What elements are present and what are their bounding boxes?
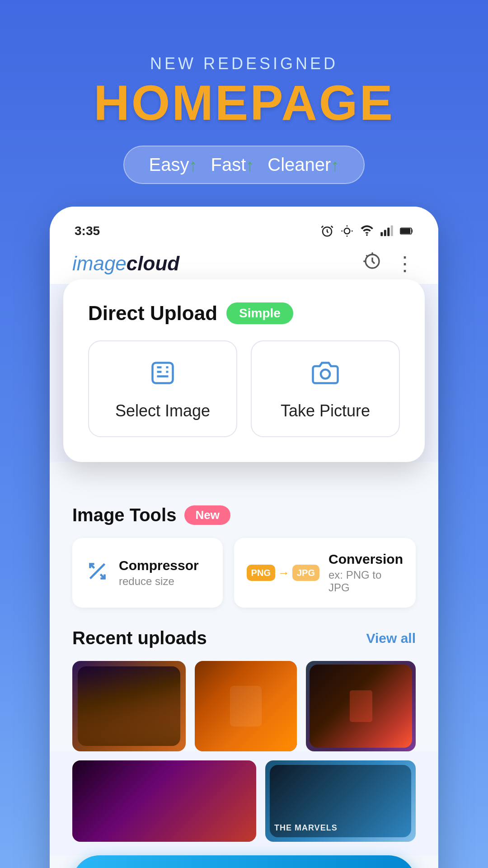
notification-icon xyxy=(340,224,354,238)
new-badge: New xyxy=(184,505,230,525)
start-uploading-button[interactable]: Start Uploading xyxy=(72,855,416,868)
fab-container: Start Uploading xyxy=(50,855,438,868)
upload-thumb-2[interactable] xyxy=(195,661,297,751)
recent-uploads-title: Recent uploads xyxy=(72,628,207,648)
battery-icon xyxy=(400,224,413,238)
take-picture-button[interactable]: Take Picture xyxy=(251,340,400,437)
upload-thumb-4[interactable] xyxy=(72,760,256,842)
more-options-icon[interactable]: ⋮ xyxy=(395,252,416,275)
tagline-fast: Fast↑ xyxy=(211,155,254,175)
cleaner-arrow-icon: ↑ xyxy=(331,156,339,175)
svg-point-11 xyxy=(321,370,330,379)
conversion-desc: ex: PNG to JPG xyxy=(328,569,403,594)
image-tools-header: Image Tools New xyxy=(72,505,416,525)
signal-icon xyxy=(380,224,394,238)
take-picture-label: Take Picture xyxy=(281,401,370,420)
promo-section: NEW REDESIGNED HOMEPAGE Easy↑ Fast↑ Clea… xyxy=(0,0,488,207)
app-bar: imagecloud ⋮ xyxy=(50,243,438,284)
direct-upload-card: Direct Upload Simple Select Image xyxy=(63,279,425,462)
svg-rect-3 xyxy=(380,232,383,236)
status-time: 3:35 xyxy=(75,224,100,238)
app-bar-actions: ⋮ xyxy=(363,252,416,275)
jpg-label: JPG xyxy=(292,565,319,581)
app-logo: imagecloud xyxy=(72,252,179,275)
png-label: PNG xyxy=(247,565,275,581)
compressor-desc: reduce size xyxy=(119,575,199,588)
status-bar: 3:35 xyxy=(50,207,438,243)
upload-options: Select Image Take Picture xyxy=(88,340,400,437)
compressor-tool-card[interactable]: Compressor reduce size xyxy=(72,538,223,608)
tagline-cleaner: Cleaner↑ xyxy=(267,155,339,175)
phone-mockup: 3:35 xyxy=(50,207,438,868)
camera-icon xyxy=(312,359,339,392)
easy-arrow-icon: ↑ xyxy=(189,156,197,175)
select-image-icon xyxy=(149,359,176,392)
recent-uploads-grid xyxy=(72,661,416,751)
marvels-label: THE MARVELS xyxy=(274,823,338,833)
upload-thumb-5[interactable]: THE MARVELS xyxy=(265,760,416,842)
second-row-thumbs: THE MARVELS xyxy=(50,760,438,855)
wifi-icon xyxy=(360,224,374,238)
promo-title: HOMEPAGE xyxy=(94,78,394,127)
fast-arrow-icon: ↑ xyxy=(246,156,254,175)
svg-rect-10 xyxy=(153,363,173,383)
conversion-icon-wrapper: PNG → JPG xyxy=(247,565,319,581)
simple-badge: Simple xyxy=(226,302,293,324)
tools-grid: Compressor reduce size PNG → JPG Convers… xyxy=(72,538,416,608)
image-tools-title: Image Tools xyxy=(72,505,176,525)
view-all-button[interactable]: View all xyxy=(366,631,416,646)
direct-upload-title: Direct Upload xyxy=(88,302,217,325)
status-icons xyxy=(320,224,413,238)
alarm-icon xyxy=(320,224,334,238)
compressor-icon xyxy=(85,559,110,587)
select-image-button[interactable]: Select Image xyxy=(88,340,237,437)
svg-point-1 xyxy=(344,228,350,234)
tagline-easy: Easy↑ xyxy=(149,155,197,175)
history-icon[interactable] xyxy=(363,252,381,274)
compressor-name: Compressor xyxy=(119,558,199,573)
recent-uploads-header: Recent uploads View all xyxy=(72,628,416,648)
conversion-tool-card[interactable]: PNG → JPG Conversion ex: PNG to JPG xyxy=(234,538,416,608)
upload-thumb-1[interactable] xyxy=(72,661,186,751)
svg-rect-5 xyxy=(387,228,389,236)
select-image-label: Select Image xyxy=(115,401,210,420)
svg-rect-6 xyxy=(391,226,393,236)
conversion-name: Conversion xyxy=(328,552,403,567)
arrow-conversion-icon: → xyxy=(278,566,290,580)
svg-rect-8 xyxy=(401,228,411,234)
card-header: Direct Upload Simple xyxy=(88,302,400,325)
promo-subtitle: NEW REDESIGNED xyxy=(150,54,338,73)
svg-rect-4 xyxy=(384,230,386,236)
main-content: Image Tools New Compressor reduce size xyxy=(50,462,438,751)
compressor-info: Compressor reduce size xyxy=(119,558,199,588)
promo-tagline: Easy↑ Fast↑ Cleaner↑ xyxy=(123,146,365,184)
svg-point-2 xyxy=(366,234,368,236)
conversion-info: Conversion ex: PNG to JPG xyxy=(328,552,403,594)
upload-thumb-3[interactable] xyxy=(306,661,416,751)
